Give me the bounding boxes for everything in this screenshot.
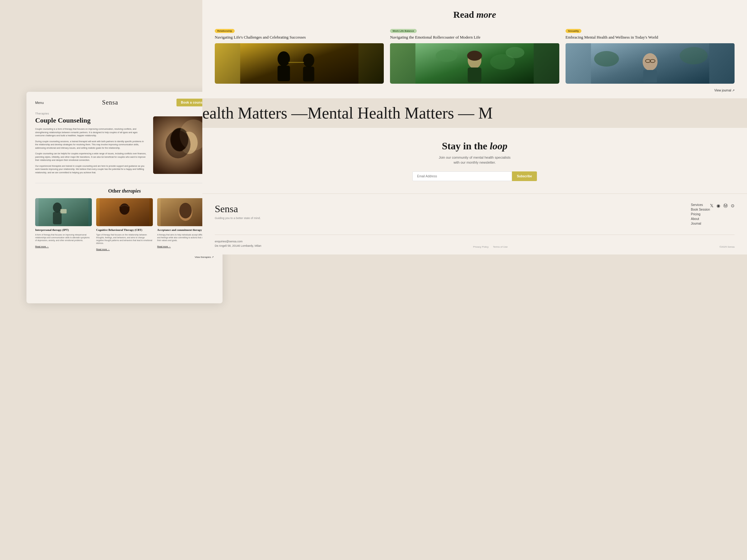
svg-rect-39 [643, 70, 657, 82]
footer-copyright: ©2025 Sensa [719, 245, 735, 248]
svg-rect-24 [278, 65, 290, 81]
read-more-act[interactable]: Read more → [157, 245, 171, 248]
svg-rect-15 [127, 207, 129, 211]
other-therapies-title: Other therapies [35, 188, 214, 194]
therapy-grid: Interpersonal therapy (IPT) A form of th… [35, 198, 214, 251]
blog-tag-1: Relationship [215, 29, 235, 33]
nav-bar: Menu Sensa Book a counsellor [35, 99, 214, 106]
svg-point-41 [679, 47, 707, 64]
medium-icon[interactable]: Ⓜ [723, 203, 728, 209]
content-area: Couple Counseling Couple counseling is a… [35, 116, 214, 177]
read-more-section: Read more Relationship Navigating Life's… [202, 0, 747, 98]
svg-rect-26 [303, 66, 314, 81]
svg-rect-27 [288, 62, 304, 63]
footer-address: De Angeli 58, 20146 Lombardy, Milan [215, 244, 261, 248]
newsletter-subtitle: Join our community of mental health spec… [215, 155, 735, 165]
right-content: Read more Relationship Navigating Life's… [202, 0, 747, 255]
footer-inner: Sensa Guiding you to a better state of m… [215, 203, 735, 225]
spotify-icon[interactable]: ⊙ [731, 203, 735, 209]
therapy-name-ipt: Interpersonal therapy (IPT) [35, 229, 92, 232]
therapy-card-ipt: Interpersonal therapy (IPT) A form of th… [35, 198, 92, 251]
page-title: Couple Counseling [35, 116, 147, 125]
email-input[interactable] [412, 171, 512, 181]
read-more-cbt[interactable]: Read more → [96, 248, 110, 250]
body-text-2: During couple counseling sessions, a tra… [35, 140, 147, 150]
subscribe-button[interactable]: Subscribe [512, 171, 537, 181]
footer-nav: Services Book Session Pricing About Jour… [691, 203, 710, 225]
therapy-desc-cbt: Type of therapy that focuses on the rela… [96, 233, 153, 244]
nav-logo: Sensa [102, 99, 118, 106]
marquee-section: ealth Matters —Mental Health Matters — M [202, 98, 747, 128]
svg-rect-9 [53, 212, 61, 224]
footer-nav-book-session[interactable]: Book Session [691, 208, 710, 211]
therapy-thumb-ipt [35, 198, 92, 226]
therapy-desc-ipt: A form of therapy that focuses on improv… [35, 233, 92, 242]
view-journal-link[interactable]: View journal ↗ [215, 89, 735, 92]
instagram-icon[interactable]: ◉ [717, 203, 720, 209]
blog-thumb-2 [390, 43, 559, 84]
menu-label[interactable]: Menu [35, 101, 44, 105]
blog-title-3[interactable]: Embracing Mental Health and Wellness in … [566, 35, 735, 40]
footer-contact: enquiries@sensa.com De Angeli 58, 20146 … [215, 239, 261, 248]
newsletter-form: Subscribe [412, 171, 537, 181]
footer-bottom: enquiries@sensa.com De Angeli 58, 20146 … [215, 235, 735, 248]
view-therapies-link[interactable]: View therapies ↗ [35, 256, 214, 259]
therapy-name-cbt: Cognitive Behavioural Therapy (CBT) [96, 229, 153, 232]
terms-link[interactable]: Terms of Use [493, 245, 508, 248]
svg-point-25 [303, 54, 314, 67]
svg-point-8 [53, 203, 61, 212]
svg-point-23 [278, 51, 290, 66]
read-more-ipt[interactable]: Read more → [35, 245, 49, 248]
footer-nav-pricing[interactable]: Pricing [691, 212, 710, 216]
svg-point-5 [165, 130, 190, 158]
blog-card-3: Sexuality Embracing Mental Health and We… [566, 27, 735, 84]
other-therapies-section: Other therapies [35, 183, 214, 259]
svg-rect-14 [120, 207, 122, 211]
footer-nav-about[interactable]: About [691, 217, 710, 220]
body-text-1: Couple counseling is a form of therapy t… [35, 128, 147, 137]
footer-email: enquiries@sensa.com [215, 239, 261, 244]
svg-point-40 [594, 51, 619, 66]
therapy-card-cbt: Cognitive Behavioural Therapy (CBT) Type… [96, 198, 153, 251]
blog-card-2: Work Life Balance Navigating the Emotion… [390, 27, 559, 84]
twitter-icon[interactable]: 𝕏 [710, 203, 713, 209]
blog-title-2[interactable]: Navigating the Emotional Rollercoaster o… [390, 35, 559, 40]
therapies-breadcrumb: Therapies [35, 112, 214, 115]
svg-rect-22 [240, 43, 359, 84]
text-content: Couple Counseling Couple counseling is a… [35, 116, 147, 177]
footer-nav-journal[interactable]: Journal [691, 222, 710, 225]
footer-legal: Privacy Policy Terms of Use [473, 245, 508, 248]
privacy-policy-link[interactable]: Privacy Policy [473, 245, 489, 248]
svg-rect-31 [468, 68, 482, 82]
svg-point-34 [506, 47, 524, 58]
blog-card-1: Relationship Navigating Life's Challenge… [215, 27, 384, 84]
body-text-4: Our experienced therapists are trained i… [35, 165, 147, 175]
newsletter-title: Stay in the loop [215, 140, 735, 152]
left-panel: Menu Sensa Book a counsellor Therapies C… [26, 92, 223, 303]
newsletter-section: Stay in the loop Join our community of m… [202, 128, 747, 193]
body-text-3: Couple counseling can be helpful for cou… [35, 152, 147, 162]
blog-grid: Relationship Navigating Life's Challenge… [215, 27, 735, 84]
footer-nav-services[interactable]: Services [691, 203, 710, 207]
marquee-text: ealth Matters —Mental Health Matters — M [202, 104, 493, 122]
read-more-title: Read more [215, 9, 735, 20]
therapy-thumb-cbt [96, 198, 153, 226]
footer-tagline: Guiding you to a better state of mind. [215, 216, 691, 220]
svg-rect-10 [60, 209, 67, 213]
blog-title-1[interactable]: Navigating Life's Challenges and Celebra… [215, 35, 384, 40]
svg-point-30 [467, 51, 482, 61]
blog-tag-3: Sexuality [566, 29, 582, 33]
blog-tag-2: Work Life Balance [390, 29, 416, 33]
footer: Sensa Guiding you to a better state of m… [202, 193, 747, 255]
footer-social: 𝕏 ◉ Ⓜ ⊙ [710, 203, 735, 209]
footer-logo: Sensa [215, 203, 691, 215]
blog-thumb-1 [215, 43, 384, 84]
svg-point-19 [179, 203, 192, 218]
blog-thumb-3 [566, 43, 735, 84]
footer-brand: Sensa Guiding you to a better state of m… [215, 203, 691, 220]
svg-point-32 [436, 50, 458, 62]
